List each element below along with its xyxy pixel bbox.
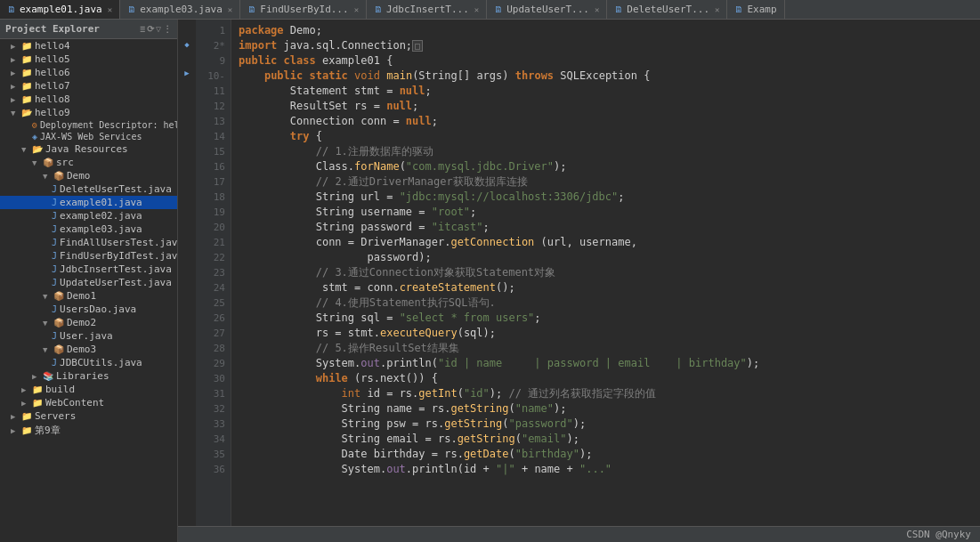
sidebar-item-hello6[interactable]: ▶ 📁 hello6 — [0, 66, 177, 79]
sync-icon[interactable]: ⟳ — [147, 24, 154, 34]
top-tab-updateuser[interactable]: 🗎 UpdateUserT... ✕ — [487, 0, 607, 20]
sidebar-item-label: example03.java — [60, 223, 142, 235]
sidebar-item-label: WebContent — [45, 397, 104, 409]
top-tab-label: Examp — [747, 4, 776, 15]
sidebar-item-label: hello4 — [35, 40, 70, 52]
sidebar-item-usersdao[interactable]: J UsersDao.java — [0, 303, 177, 316]
sidebar-item-deployment[interactable]: ⚙ Deployment Descriptor: hello9 — [0, 119, 177, 131]
top-tab-deleteuser[interactable]: 🗎 DeleteUserT... ✕ — [607, 0, 727, 20]
ws-icon: ◈ — [32, 132, 37, 142]
top-tab-finduserbyid[interactable]: 🗎 FindUserById... ✕ — [240, 0, 367, 20]
sidebar-item-updateuser[interactable]: J UpdateUserTest.java — [0, 276, 177, 289]
sidebar-item-label: Demo — [67, 170, 91, 182]
editor-area: ◆ ▶ — [178, 20, 980, 542]
top-tab-example03[interactable]: 🗎 example03.java ✕ — [120, 0, 240, 20]
sidebar-item-example01[interactable]: J example01.java — [0, 196, 177, 209]
folder-icon: 📁 — [21, 81, 32, 91]
line-num: 10- — [196, 69, 231, 84]
top-tab-example01[interactable]: 🗎 example01.java ✕ — [0, 0, 120, 20]
sidebar-item-hello8[interactable]: ▶ 📁 hello8 — [0, 93, 177, 106]
top-tab-jdbcinsert[interactable]: 🗎 JdbcInsertT... ✕ — [367, 0, 487, 20]
line-num: 21 — [196, 235, 231, 250]
code-line-21: conn = DriverManager.getConnection (url,… — [239, 235, 973, 250]
code-line-9: public class example01 { — [239, 53, 973, 69]
sidebar-item-hello7[interactable]: ▶ 📁 hello7 — [0, 79, 177, 93]
code-line-13: Connection conn = null; — [239, 114, 973, 129]
tree-arrow: ▶ — [21, 399, 32, 408]
sidebar-item-example03[interactable]: J example03.java — [0, 222, 177, 236]
sidebar-item-deleteusertest[interactable]: J DeleteUserTest.java — [0, 182, 177, 196]
gutter-cell — [178, 137, 196, 151]
line-num: 29 — [196, 356, 231, 371]
tree-arrow: ▶ — [11, 412, 21, 421]
sidebar-item-label: Demo1 — [67, 290, 96, 302]
sidebar-item-build[interactable]: ▶ 📁 build — [0, 383, 177, 396]
sidebar-item-label: hello8 — [35, 93, 70, 105]
gutter-run[interactable]: ▶ — [184, 69, 189, 77]
sidebar-item-src[interactable]: ▼ 📦 src — [0, 156, 177, 169]
line-num: 2* — [196, 38, 231, 53]
sidebar-item-demo2[interactable]: ▼ 📦 Demo2 — [0, 316, 177, 329]
code-line-14: try { — [239, 129, 973, 144]
sidebar-item-java-resources[interactable]: ▼ 📂 Java Resources — [0, 142, 177, 156]
gutter-marker: ◆ — [184, 40, 189, 49]
sidebar-item-chapter9[interactable]: ▶ 📁 第9章 — [0, 423, 177, 438]
sidebar-item-hello4[interactable]: ▶ 📁 hello4 — [0, 39, 177, 53]
sidebar-title: Project Explorer — [5, 23, 100, 35]
code-content[interactable]: package Demo; import java.sql.Connection… — [231, 20, 980, 526]
filter-icon[interactable]: ▽ — [156, 24, 161, 34]
sidebar-item-demo1[interactable]: ▼ 📦 Demo1 — [0, 289, 177, 303]
gutter-cell — [178, 366, 196, 380]
gutter-cell — [178, 166, 196, 180]
collapse-icon[interactable]: ≡ — [140, 24, 145, 34]
sidebar-item-hello9[interactable]: ▼ 📂 hello9 — [0, 106, 177, 119]
sidebar-item-findallusers[interactable]: J FindAllUsersTest.java — [0, 236, 177, 249]
sidebar-item-jaxws[interactable]: ◈ JAX-WS Web Services — [0, 131, 177, 142]
sidebar-item-demo3[interactable]: ▼ 📦 Demo3 — [0, 343, 177, 356]
sidebar-item-jdbcutils[interactable]: J JDBCUtils.java — [0, 356, 177, 369]
code-line-33: String psw = rs.getString("password"); — [239, 417, 973, 432]
line-numbers: 1 2* 9 10- 11 12 13 14 15 16 17 18 19 20… — [196, 20, 231, 526]
sidebar-item-servers[interactable]: ▶ 📁 Servers — [0, 409, 177, 423]
descriptor-icon: ⚙ — [32, 120, 37, 130]
sidebar-item-webcontent[interactable]: ▶ 📁 WebContent — [0, 396, 177, 409]
menu-icon[interactable]: ⋮ — [163, 24, 172, 34]
tab-close-icon[interactable]: ✕ — [715, 5, 719, 14]
folder-icon: 📁 — [21, 425, 32, 435]
java-icon: J — [52, 304, 57, 314]
top-tab-example[interactable]: 🗎 Examp — [727, 0, 784, 20]
tab-close-icon[interactable]: ✕ — [595, 5, 599, 14]
line-num: 9 — [196, 53, 231, 69]
status-bar: CSDN @Qnyky — [178, 526, 980, 542]
code-line-22: password); — [239, 250, 973, 265]
sidebar-item-finduserbyid[interactable]: J FindUserByIdTest.java — [0, 249, 177, 263]
sidebar-item-jdbcinsert[interactable]: J JdbcInsertTest.java — [0, 263, 177, 276]
sidebar-item-hello5[interactable]: ▶ 📁 hello5 — [0, 53, 177, 66]
line-num: 19 — [196, 205, 231, 220]
folder-icon: 📂 — [32, 144, 43, 154]
tab-close-icon[interactable]: ✕ — [228, 5, 232, 14]
tab-close-icon[interactable]: ✕ — [108, 5, 112, 14]
java-icon: J — [52, 198, 57, 207]
code-editor: ◆ ▶ — [178, 20, 980, 526]
sidebar-item-demo[interactable]: ▼ 📦 Demo — [0, 169, 177, 182]
tree-arrow: ▼ — [43, 319, 53, 328]
tab-close-icon[interactable]: ✕ — [474, 5, 479, 14]
lib-icon: 📚 — [43, 371, 53, 381]
gutter-cell — [178, 123, 196, 137]
line-num: 14 — [196, 129, 231, 144]
sidebar-item-user[interactable]: J User.java — [0, 329, 177, 343]
folder-icon: 📁 — [21, 411, 32, 421]
tree-arrow: ▶ — [11, 42, 21, 51]
sidebar-item-example02[interactable]: J example02.java — [0, 209, 177, 222]
gutter-cell — [178, 23, 196, 37]
tab-close-icon[interactable]: ✕ — [354, 5, 359, 14]
gutter-cell — [178, 480, 196, 494]
tree-arrow: ▼ — [43, 172, 53, 181]
gutter-cell — [178, 323, 196, 337]
folder-icon: 📂 — [21, 108, 32, 117]
sidebar-item-libraries[interactable]: ▶ 📚 Libraries — [0, 369, 177, 383]
tree-arrow: ▼ — [43, 345, 53, 354]
code-line-29: System.out.println("id | name | password… — [239, 356, 973, 371]
tree-arrow: ▶ — [32, 372, 43, 381]
